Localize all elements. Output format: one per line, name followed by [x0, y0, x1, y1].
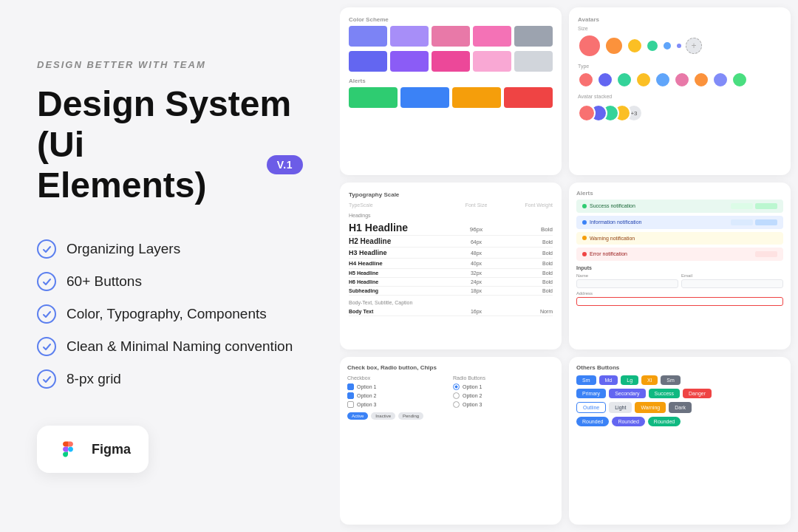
feature-text: 8-px grid	[66, 371, 121, 387]
color-scheme-card: Color Scheme Alerts	[340, 7, 562, 175]
fontsize-header: Font Size	[451, 202, 502, 208]
chip-active[interactable]: Active	[347, 412, 368, 420]
inputs-label: Inputs	[576, 265, 783, 270]
btn-outline-1[interactable]: Outline	[576, 402, 606, 413]
alert-dot-yellow	[582, 236, 587, 240]
typo-h4-weight: Bold	[502, 261, 553, 266]
avatars-label: Avatars	[578, 16, 782, 23]
btn-rounded-1[interactable]: Rounded	[576, 417, 609, 426]
body-label: Body-Text, Subtitle, Caption	[349, 300, 553, 305]
typo-h1-weight: Bold	[502, 226, 553, 233]
cb-row-2: Option 2	[347, 392, 449, 399]
typo-h3-weight: Bold	[502, 250, 553, 256]
btn-sm-warning[interactable]: Xl	[641, 375, 658, 385]
input-email[interactable]	[681, 279, 783, 288]
btn-rounded-2[interactable]: Rounded	[612, 417, 644, 426]
typo-sub-weight: Bold	[502, 288, 553, 293]
avatars-card: Avatars Size + Type	[569, 7, 791, 175]
feature-text: Color, Typography, Components	[66, 306, 267, 322]
check-icon	[37, 272, 56, 291]
buttons-row-4: Rounded Rounded Rounded	[576, 417, 783, 426]
typo-h1-name: H1 Headline	[349, 222, 451, 233]
alert-action-4	[755, 219, 777, 225]
buttons-row-3: Outline Light Warning Dark	[576, 402, 783, 413]
feature-item: Organizing Layers	[37, 239, 303, 259]
radio-label-3: Option 3	[463, 402, 482, 407]
typo-h6-name: H6 Headline	[349, 279, 451, 284]
btn-rounded-3[interactable]: Rounded	[648, 417, 681, 426]
feature-item: 60+ Buttons	[37, 272, 303, 291]
alert-swatch-yellow	[452, 87, 501, 108]
btn-sm-secondary[interactable]: Md	[599, 375, 618, 385]
btn-gray-1[interactable]: Dark	[669, 402, 692, 413]
alert-dot-red	[582, 252, 587, 256]
avatar-type-5	[655, 72, 671, 88]
feature-text: Clean & Minimal Naming convention	[66, 338, 293, 355]
avatar-type-row	[578, 72, 782, 88]
check-icon	[37, 239, 56, 259]
chip-inactive[interactable]: Inactive	[371, 412, 395, 420]
typography-card: Typography Scale TypeScale Font Size Fon…	[340, 183, 562, 350]
chip-pending[interactable]: Pending	[398, 412, 423, 420]
fontweight-header: Font Weight	[502, 202, 553, 208]
btn-danger-1[interactable]: Danger	[683, 389, 712, 398]
avatar-type-4	[635, 72, 652, 88]
check-icon	[37, 304, 56, 324]
checkbox-checked-2[interactable]	[347, 392, 354, 399]
cb-label-3: Option 3	[357, 402, 376, 407]
feature-item: 8-px grid	[37, 369, 303, 389]
radio-selected[interactable]	[453, 383, 460, 390]
color-swatch-rose	[432, 51, 470, 72]
alert-dot-blue	[582, 220, 587, 225]
typo-h4-size: 40px	[451, 261, 502, 266]
avatar-xl	[578, 34, 601, 58]
avatar-type-6	[674, 72, 690, 88]
buttons-label: Others Buttons	[576, 364, 783, 371]
btn-sm-gray[interactable]: Sm	[661, 375, 681, 385]
radio-row-3: Option 3	[453, 401, 554, 408]
color-swatch-gray	[514, 26, 553, 47]
radio-unselected-2[interactable]	[453, 401, 460, 408]
cb-label-2: Option 2	[357, 393, 376, 398]
btn-light-1[interactable]: Light	[609, 402, 632, 413]
typo-h2-size: 64px	[451, 239, 502, 245]
avatar-size-row: +	[578, 34, 782, 58]
checkboxes-label: Check box, Radio button, Chips	[347, 364, 554, 371]
input-address-error[interactable]	[576, 297, 783, 306]
typo-h5-name: H5 Headline	[349, 270, 451, 276]
alert-text-warning: Warning notification	[590, 236, 635, 241]
headings-label: Headings	[349, 213, 553, 218]
checkbox-unchecked[interactable]	[347, 401, 354, 408]
alert-swatches	[349, 87, 553, 108]
cb-row-1: Option 1	[347, 383, 449, 390]
avatar-stacked-row: +3	[578, 102, 782, 124]
cb-row-3: Option 3	[347, 401, 449, 408]
typescale-header: TypeScale	[349, 202, 451, 208]
color-swatches-row	[349, 26, 553, 47]
alert-item-success: Success notification	[576, 200, 783, 213]
avatar-sm	[646, 39, 659, 52]
btn-secondary-1[interactable]: Secondary	[609, 389, 645, 398]
radio-section-title: Radio Buttons	[453, 375, 554, 381]
btn-warning-1[interactable]: Warning	[635, 402, 666, 413]
typo-h6-size: 24px	[451, 279, 502, 284]
btn-primary-1[interactable]: Primary	[576, 389, 606, 398]
typo-h3-size: 48px	[451, 250, 502, 256]
color-swatch-purple2	[390, 51, 429, 72]
alert-item-error: Error notification	[576, 248, 783, 261]
btn-sm-success[interactable]: Lg	[621, 375, 638, 385]
avatar-type-label: Type	[578, 64, 782, 69]
color-swatches-row2	[349, 51, 553, 72]
typo-h5-weight: Bold	[502, 270, 553, 276]
typo-body-size: 16px	[451, 309, 502, 314]
checkbox-checked[interactable]	[347, 383, 354, 390]
typo-h5-size: 32px	[451, 270, 502, 276]
btn-sm-primary[interactable]: Sm	[576, 375, 596, 385]
alert-action-5	[755, 251, 777, 257]
btn-success-1[interactable]: Success	[649, 389, 680, 398]
radio-unselected-1[interactable]	[453, 392, 460, 399]
buttons-row-1: Sm Md Lg Xl Sm	[576, 375, 783, 385]
alerts-label: Alerts	[349, 78, 553, 84]
input-name[interactable]	[576, 279, 678, 288]
avatar-add: +	[686, 38, 702, 54]
